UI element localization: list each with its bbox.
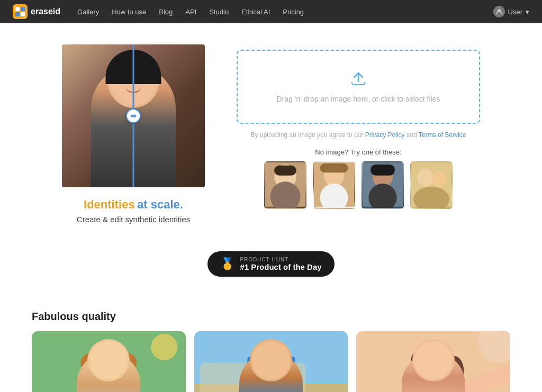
sample-thumb-2[interactable]: [313, 161, 355, 209]
svg-point-27: [88, 354, 129, 392]
nav-blog[interactable]: Blog: [159, 8, 173, 16]
quality-card-2: [194, 331, 348, 392]
svg-rect-4: [21, 12, 25, 16]
tagline-line: Identities at scale.: [77, 198, 190, 212]
svg-point-39: [247, 353, 295, 372]
image-slider-handle[interactable]: ⇔: [126, 108, 141, 123]
nav-ethical-ai[interactable]: Ethical AI: [241, 8, 270, 16]
svg-rect-3: [15, 12, 20, 16]
hero-right-panel: Drag 'n' drop an image here, or click to…: [237, 44, 480, 209]
svg-point-25: [151, 334, 177, 360]
sample-person-3: [363, 162, 403, 208]
sample-images-section: No image? Try one of these:: [237, 148, 480, 209]
svg-rect-16: [371, 165, 395, 176]
ph-label-big: #1 Product of the Day: [240, 262, 321, 271]
upload-cloud-icon: [349, 71, 368, 89]
hero-left-panel: ⇔ Identities at scale. Create & edit syn…: [62, 44, 205, 224]
svg-rect-12: [320, 163, 348, 172]
hero-section: ⇔ Identities at scale. Create & edit syn…: [0, 23, 542, 234]
quality-person-3: [356, 331, 510, 392]
navbar: eraseid Gallery How to use Blog API Stud…: [0, 0, 542, 23]
quality-card-1: [32, 331, 186, 392]
upload-dropzone[interactable]: Drag 'n' drop an image here, or click to…: [237, 50, 480, 124]
brand-logo[interactable]: eraseid: [13, 4, 60, 19]
quality-section: Fabulous quality: [0, 300, 542, 392]
medal-icon: 🥇: [220, 257, 234, 271]
svg-point-29: [80, 353, 100, 372]
product-hunt-badge[interactable]: 🥇 PRODUCT HUNT #1 Product of the Day: [207, 251, 334, 277]
nav-api[interactable]: API: [185, 8, 196, 16]
chevron-down-icon: ▾: [526, 8, 529, 16]
quality-person-1: [32, 331, 186, 392]
privacy-policy-link[interactable]: Privacy Policy: [365, 131, 405, 139]
user-label: User: [508, 8, 522, 16]
ph-text-block: PRODUCT HUNT #1 Product of the Day: [240, 257, 321, 271]
svg-point-28: [86, 343, 131, 377]
svg-rect-40: [247, 357, 295, 366]
nav-gallery[interactable]: Gallery: [77, 8, 99, 16]
svg-rect-2: [21, 7, 25, 11]
tagline-identities: Identities: [84, 198, 135, 211]
user-menu[interactable]: User ▾: [493, 6, 529, 17]
svg-point-32: [109, 347, 124, 363]
quality-card-grid: [32, 331, 510, 392]
sample-thumb-4[interactable]: [410, 161, 453, 209]
brand-name: eraseid: [31, 7, 60, 16]
svg-rect-1: [15, 7, 20, 11]
hero-tagline: Identities at scale. Create & edit synth…: [77, 198, 190, 224]
slider-arrows-icon: ⇔: [130, 112, 137, 120]
sample-thumb-3[interactable]: [362, 161, 404, 209]
svg-point-45: [413, 354, 454, 392]
product-hunt-container: 🥇 PRODUCT HUNT #1 Product of the Day: [0, 239, 542, 289]
svg-point-20: [432, 171, 447, 187]
svg-point-30: [118, 353, 137, 372]
ph-label-small: PRODUCT HUNT: [240, 257, 321, 262]
svg-point-31: [93, 347, 109, 363]
svg-point-38: [252, 358, 290, 392]
sample-label: No image? Try one of these:: [237, 148, 480, 156]
nav-how-to-use[interactable]: How to use: [112, 8, 146, 16]
svg-point-46: [411, 345, 456, 375]
upload-terms-text: By uploading an image you agree to our P…: [251, 130, 466, 140]
quality-card-3: [356, 331, 510, 392]
svg-point-47: [445, 356, 464, 386]
sample-person-4: [411, 162, 451, 208]
nav-studio[interactable]: Studio: [209, 8, 229, 16]
sample-person-2: [314, 162, 354, 208]
svg-rect-8: [274, 166, 296, 176]
hero-image-container: ⇔: [62, 44, 205, 187]
tagline-scale: at scale.: [137, 198, 183, 211]
quality-person-2: [194, 331, 348, 392]
user-avatar-icon: [493, 6, 505, 17]
terms-of-service-link[interactable]: Terms of Service: [419, 131, 466, 139]
tagline-subtitle: Create & edit synthetic identities: [77, 215, 190, 224]
quality-title: Fabulous quality: [32, 311, 510, 323]
svg-rect-0: [13, 4, 28, 19]
eraseid-logo-icon: [13, 4, 28, 19]
svg-rect-36: [200, 363, 305, 392]
svg-point-19: [417, 169, 433, 187]
sample-image-grid: [237, 161, 480, 209]
upload-instruction-text: Drag 'n' drop an image here, or click to…: [277, 95, 440, 103]
sample-thumb-1[interactable]: [264, 161, 306, 209]
sample-person-1: [265, 162, 305, 208]
nav-pricing[interactable]: Pricing: [283, 8, 304, 16]
